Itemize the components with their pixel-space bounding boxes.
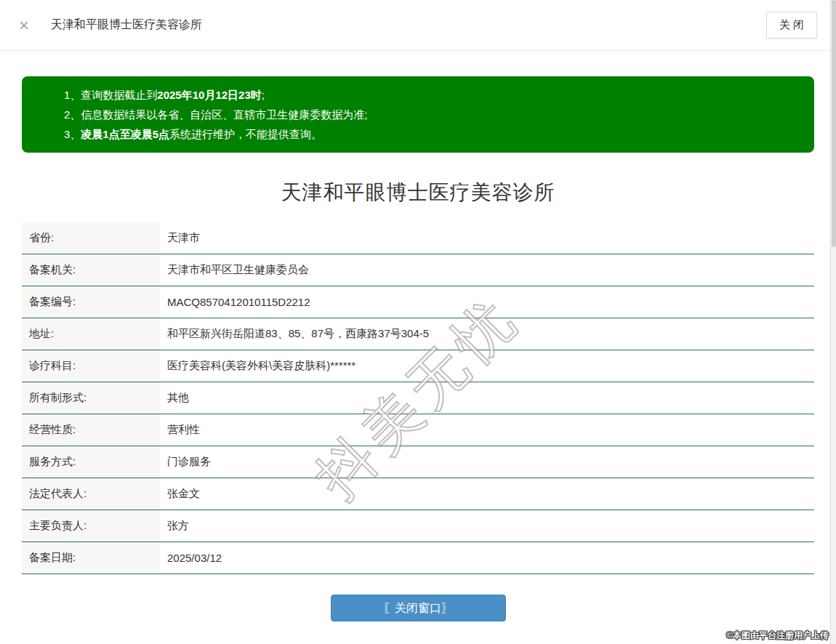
notice-line: 3、凌晨1点至凌晨5点系统进行维护，不能提供查询。	[64, 124, 800, 144]
notice-text: 3、	[64, 128, 81, 140]
window-title: 天津和平眼博士医疗美容诊所	[51, 17, 202, 33]
row-label: 所有制形式:	[22, 382, 160, 414]
copyright-note: ©本图由平台注册用户上传	[726, 629, 829, 642]
notice-text: ;	[262, 89, 265, 101]
row-value: 其他	[160, 382, 814, 414]
row-value: 天津市和平区卫生健康委员会	[160, 254, 814, 286]
notice-line: 2、信息数据结果以各省、自治区、直辖市卫生健康委数据为准;	[64, 105, 800, 124]
row-label: 主要负责人:	[22, 510, 160, 542]
close-button[interactable]: 关 闭	[766, 12, 817, 39]
close-window-button[interactable]: 〖关闭窗口〗	[331, 595, 506, 621]
table-row: 诊疗科目:医疗美容科(美容外科\美容皮肤科)******	[22, 350, 814, 382]
table-row: 地址:和平区新兴街岳阳道83、85、87号，西康路37号304-5	[22, 318, 814, 350]
row-label: 备案日期:	[22, 542, 160, 574]
row-value: 天津市	[160, 222, 814, 254]
row-label: 经营性质:	[22, 414, 160, 446]
row-label: 备案编号:	[22, 286, 160, 318]
notice-text: 2、信息数据结果以各省、自治区、直辖市卫生健康委数据为准;	[64, 108, 368, 121]
row-value: 张金文	[160, 478, 814, 510]
notice-line: 1、查询数据截止到2025年10月12日23时;	[64, 85, 800, 105]
table-row: 备案机关:天津市和平区卫生健康委员会	[22, 254, 814, 286]
top-bar: × 天津和平眼博士医疗美容诊所 关 闭	[0, 0, 836, 51]
table-row: 备案日期:2025/03/12	[22, 542, 814, 574]
table-row: 主要负责人:张方	[22, 510, 814, 542]
row-label: 法定代表人:	[22, 478, 160, 510]
row-value: 营利性	[160, 414, 814, 446]
row-value: 2025/03/12	[160, 542, 814, 574]
row-label: 诊疗科目:	[22, 350, 160, 382]
row-label: 省份:	[22, 222, 160, 254]
notice-text: 1、查询数据截止到	[64, 89, 157, 101]
table-row: 备案编号:MACQ8570412010115D2212	[22, 286, 814, 318]
row-value: 张方	[160, 510, 814, 542]
table-row: 所有制形式:其他	[22, 382, 814, 414]
button-row: 〖关闭窗口〗	[22, 595, 814, 621]
table-row: 服务方式:门诊服务	[22, 446, 814, 478]
notice-text: 系统进行维护，不能提供查询。	[169, 128, 322, 140]
table-row: 法定代表人:张金文	[22, 478, 814, 510]
row-value: 医疗美容科(美容外科\美容皮肤科)******	[160, 350, 814, 382]
info-table: 省份:天津市 备案机关:天津市和平区卫生健康委员会 备案编号:MACQ85704…	[22, 222, 814, 574]
row-label: 地址:	[22, 318, 160, 350]
notice-bold-text: 2025年10月12日23时	[157, 89, 261, 101]
row-value: MACQ8570412010115D2212	[160, 286, 814, 318]
scrollbar-thumb[interactable]	[832, 0, 836, 247]
close-x-icon[interactable]: ×	[19, 17, 29, 34]
table-row: 经营性质:营利性	[22, 414, 814, 446]
row-value: 和平区新兴街岳阳道83、85、87号，西康路37号304-5	[160, 318, 814, 350]
row-value: 门诊服务	[160, 446, 814, 478]
content-area: 1、查询数据截止到2025年10月12日23时; 2、信息数据结果以各省、自治区…	[0, 76, 836, 621]
row-label: 备案机关:	[22, 254, 160, 286]
row-label: 服务方式:	[22, 446, 160, 478]
notice-box: 1、查询数据截止到2025年10月12日23时; 2、信息数据结果以各省、自治区…	[22, 76, 814, 153]
scrollbar[interactable]	[830, 0, 836, 644]
notice-bold-text: 凌晨1点至凌晨5点	[81, 128, 169, 140]
table-row: 省份:天津市	[22, 222, 814, 254]
page-title: 天津和平眼博士医疗美容诊所	[22, 179, 814, 206]
